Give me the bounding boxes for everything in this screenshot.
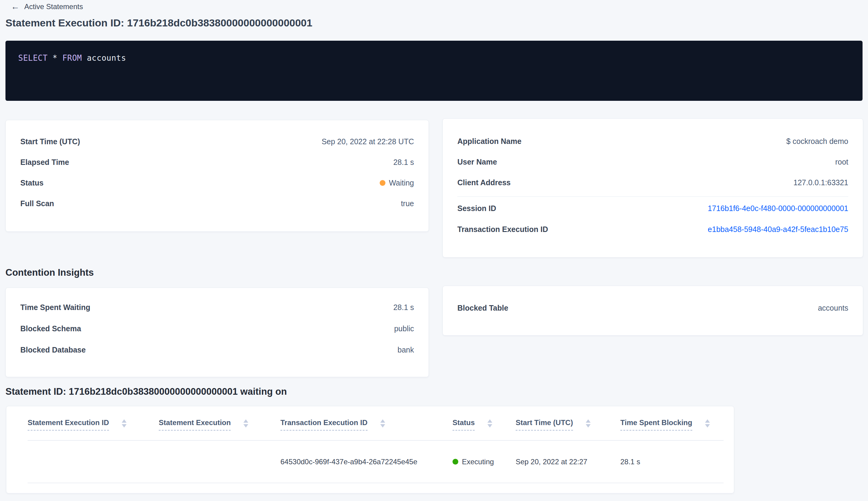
kv-label: Start Time (UTC) [20,137,80,146]
statement-execution-details-page: ← Active Statements Statement Execution … [0,0,868,501]
sort-down-arrow-icon [705,424,710,427]
sql-keyword-from: FROM [62,53,82,63]
sort-up-arrow-icon [243,419,248,423]
blocked-table-row: Blocked Table accounts [457,301,848,315]
sql-star: * [48,53,62,63]
full-scan-row: Full Scan true [20,197,414,210]
kv-label: Elapsed Time [20,158,69,167]
sql-table-name: accounts [82,53,126,63]
column-header-label[interactable]: Statement Execution [159,418,231,430]
cell-status: Executing [453,458,516,466]
sort-up-arrow-icon [122,419,127,423]
blocked-database-row: Blocked Database bank [20,343,414,356]
sort-icon[interactable] [705,419,710,427]
transaction-execution-id-link[interactable]: e1bba458-5948-40a9-a42f-5feac1b10e75 [708,225,848,234]
kv-label: Blocked Database [20,345,86,354]
kv-label: Client Address [457,178,511,187]
sort-icon[interactable] [586,419,590,427]
back-to-active-statements-link[interactable]: ← Active Statements [11,2,83,11]
sort-icon[interactable] [380,419,385,427]
sort-icon[interactable] [122,419,127,427]
kv-label: Blocked Schema [20,324,81,333]
cell-start-time: Sep 20, 2022 at 22:27 [516,458,620,466]
column-header-statement-execution[interactable]: Statement Execution [159,418,280,440]
column-header-label[interactable]: Transaction Execution ID [280,418,368,430]
back-arrow-icon: ← [11,2,19,11]
kv-value: root [835,158,848,167]
kv-label: Full Scan [20,199,54,208]
status-row: Status Waiting [20,176,414,190]
kv-value: bank [398,345,414,354]
kv-value: 28.1 s [393,303,414,312]
kv-value: 127.0.0.1:63321 [793,178,848,187]
card-divider [457,196,848,197]
sort-down-arrow-icon [380,424,385,427]
back-link-label: Active Statements [24,2,83,11]
column-header-start-time[interactable]: Start Time (UTC) [516,418,620,440]
kv-value: accounts [818,303,848,312]
sort-down-arrow-icon [487,424,492,427]
executing-status-dot-icon [453,459,458,465]
sort-down-arrow-icon [586,424,590,427]
kv-label: User Name [457,158,497,167]
kv-label: Status [20,179,43,187]
application-name-row: Application Name $ cockroach demo [457,135,848,148]
sort-up-arrow-icon [705,419,710,423]
kv-value: $ cockroach demo [786,137,848,146]
kv-value: true [401,199,414,208]
blocked-schema-row: Blocked Schema public [20,322,414,335]
contention-right-card: Blocked Table accounts [443,286,863,335]
column-header-transaction-execution-id[interactable]: Transaction Execution ID [280,418,453,440]
page-title: Statement Execution ID: 1716b218dc0b3838… [6,17,312,29]
kv-label: Blocked Table [457,303,508,312]
sql-keyword-select: SELECT [18,53,48,63]
sort-up-arrow-icon [586,419,590,423]
user-name-row: User Name root [457,155,848,169]
sort-down-arrow-icon [122,424,127,427]
cell-transaction-execution-id: 64530d0c-969f-437e-a9b4-26a72245e45e [280,458,453,466]
column-header-time-spent-blocking[interactable]: Time Spent Blocking [620,418,724,440]
client-address-row: Client Address 127.0.0.1:63321 [457,176,848,189]
kv-value: public [394,324,414,333]
status-text: Executing [462,458,494,466]
cell-time-spent-blocking: 28.1 s [620,458,724,466]
execution-overview-card: Start Time (UTC) Sep 20, 2022 at 22:28 U… [6,120,429,232]
sort-up-arrow-icon [487,419,492,423]
sort-down-arrow-icon [243,424,248,427]
sort-icon[interactable] [487,419,492,427]
elapsed-time-row: Elapsed Time 28.1 s [20,156,414,169]
kv-label: Transaction Execution ID [457,225,548,234]
contention-left-card: Time Spent Waiting 28.1 s Blocked Schema… [6,288,429,377]
session-info-card: Application Name $ cockroach demo User N… [443,118,863,257]
sort-icon[interactable] [243,419,248,427]
table-header-row: Statement Execution ID Statement Executi… [28,406,724,440]
status-value: Waiting [380,179,414,187]
column-header-statement-execution-id[interactable]: Statement Execution ID [28,418,159,440]
kv-label: Time Spent Waiting [20,303,90,312]
session-id-link[interactable]: 1716b1f6-4e0c-f480-0000-000000000001 [708,204,848,213]
waiting-on-table-card: Statement Execution ID Statement Executi… [6,406,734,493]
kv-value: 28.1 s [393,158,414,167]
transaction-execution-id-row: Transaction Execution ID e1bba458-5948-4… [457,223,848,236]
column-header-status[interactable]: Status [453,418,516,440]
sort-up-arrow-icon [380,419,385,423]
kv-value: Sep 20, 2022 at 22:28 UTC [322,137,414,146]
table-row: 64530d0c-969f-437e-a9b4-26a72245e45e Exe… [28,440,724,483]
column-header-label[interactable]: Start Time (UTC) [516,418,573,430]
sql-query-text: SELECT * FROM accounts [18,53,126,63]
time-spent-waiting-row: Time Spent Waiting 28.1 s [20,301,414,314]
column-header-label[interactable]: Time Spent Blocking [620,418,692,430]
kv-label: Session ID [457,204,496,213]
column-header-label[interactable]: Statement Execution ID [28,418,109,430]
waiting-status-dot-icon [380,180,386,186]
sql-statement-box: SELECT * FROM accounts [6,41,862,101]
contention-insights-heading: Contention Insights [6,267,94,278]
start-time-row: Start Time (UTC) Sep 20, 2022 at 22:28 U… [20,135,414,148]
kv-label: Application Name [457,137,521,146]
column-header-label[interactable]: Status [453,418,475,430]
waiting-on-heading: Statement ID: 1716b218dc0b38380000000000… [6,386,287,397]
session-id-row: Session ID 1716b1f6-4e0c-f480-0000-00000… [457,202,848,215]
status-text: Waiting [389,179,414,187]
